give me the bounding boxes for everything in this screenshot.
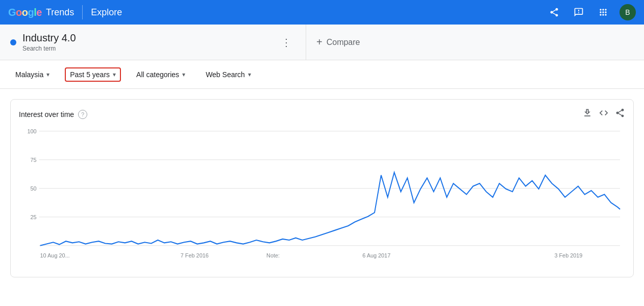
- chart-title: Interest over time: [19, 110, 74, 119]
- search-term-menu-button[interactable]: ⋮: [277, 33, 295, 52]
- embed-icon[interactable]: [599, 108, 609, 121]
- compare-section[interactable]: + Compare: [306, 25, 644, 60]
- svg-text:7 Feb 2016: 7 Feb 2016: [181, 252, 209, 258]
- search-term-name: Industry 4.0: [22, 32, 271, 44]
- page-title: Explore: [91, 7, 122, 18]
- svg-text:6 Aug 2017: 6 Aug 2017: [362, 252, 390, 258]
- region-label: Malaysia: [15, 70, 43, 79]
- chart-header-left: Interest over time ?: [19, 110, 87, 119]
- apps-icon[interactable]: [595, 4, 611, 20]
- category-chevron-icon: ▾: [182, 71, 185, 78]
- google-wordmark: Google: [8, 7, 42, 18]
- share-chart-icon[interactable]: [615, 108, 625, 121]
- app-header: Google Trends Explore B: [0, 0, 644, 25]
- svg-text:3 Feb 2019: 3 Feb 2019: [554, 252, 582, 258]
- svg-text:Note:: Note:: [266, 252, 280, 258]
- help-icon[interactable]: ?: [78, 110, 87, 119]
- main-content: Interest over time ?: [0, 89, 644, 288]
- region-chevron-icon: ▾: [46, 71, 49, 78]
- header-left: Google Trends Explore: [8, 5, 122, 19]
- region-filter-button[interactable]: Malaysia ▾: [10, 67, 55, 82]
- chart-header: Interest over time ?: [19, 108, 625, 121]
- download-icon[interactable]: [582, 108, 592, 121]
- svg-text:25: 25: [31, 214, 37, 220]
- app-name-label: Trends: [46, 7, 74, 18]
- category-label: All categories: [136, 70, 179, 79]
- svg-text:50: 50: [31, 185, 37, 192]
- header-right: B: [546, 4, 636, 20]
- filters-bar: Malaysia ▾ Past 5 years ▾ All categories…: [0, 60, 644, 89]
- interest-over-time-card: Interest over time ?: [10, 99, 634, 277]
- category-filter-button[interactable]: All categories ▾: [131, 67, 190, 82]
- header-divider: [82, 5, 83, 19]
- time-chevron-icon: ▾: [113, 71, 116, 78]
- svg-text:100: 100: [28, 128, 37, 134]
- search-bar: Industry 4.0 Search term ⋮ + Compare: [0, 25, 644, 60]
- time-filter-button[interactable]: Past 5 years ▾: [65, 67, 121, 82]
- search-type-label: Web Search: [206, 70, 245, 79]
- google-trends-logo: Google Trends: [8, 7, 74, 18]
- chart-container: 100 75 50 25 10 Aug 20... 7 Feb 2016 6 A…: [19, 126, 625, 269]
- search-term-dot: [10, 39, 16, 45]
- time-label: Past 5 years: [70, 70, 110, 79]
- search-term-type: Search term: [22, 45, 271, 52]
- search-term-info: Industry 4.0 Search term: [22, 32, 271, 52]
- svg-text:75: 75: [31, 157, 37, 163]
- share-icon[interactable]: [546, 4, 562, 20]
- chart-actions: [582, 108, 625, 121]
- trend-chart: 100 75 50 25 10 Aug 20... 7 Feb 2016 6 A…: [19, 126, 625, 269]
- search-type-chevron-icon: ▾: [248, 71, 251, 78]
- avatar[interactable]: B: [620, 4, 636, 20]
- feedback-icon[interactable]: [571, 4, 587, 20]
- search-type-filter-button[interactable]: Web Search ▾: [201, 67, 256, 82]
- svg-text:10 Aug 20...: 10 Aug 20...: [40, 252, 70, 258]
- search-term-section: Industry 4.0 Search term ⋮: [0, 25, 306, 60]
- compare-plus-icon: +: [316, 36, 323, 48]
- compare-label: Compare: [327, 38, 360, 47]
